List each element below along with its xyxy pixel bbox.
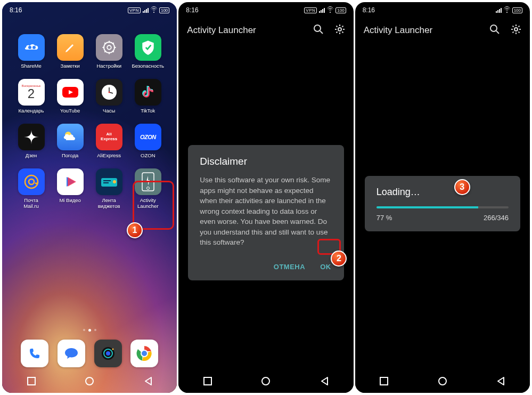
- svg-point-17: [29, 179, 34, 184]
- app-title: Activity Launcher: [364, 25, 432, 36]
- svg-point-48: [514, 28, 518, 31]
- app-label: OZON: [141, 153, 155, 159]
- app-mivideo[interactable]: Mi Видео: [51, 168, 89, 209]
- progress-count: 266/346: [484, 214, 509, 222]
- dialog-title: Disclaimer: [200, 156, 332, 167]
- screen-loading: 8:16 100 Activity Launcher Loading… 77 %…: [355, 2, 530, 393]
- screen-disclaimer: 8:16 VPN 100 Activity Launcher Disclaime…: [178, 2, 353, 393]
- app-weather[interactable]: Погода: [51, 124, 89, 159]
- status-time: 8:16: [186, 6, 198, 14]
- nav-bar: [355, 369, 530, 393]
- app-bar: Activity Launcher: [178, 18, 353, 43]
- nav-recent[interactable]: [378, 375, 390, 388]
- gear-icon[interactable]: [334, 24, 345, 37]
- calendar-icon: Воскресенье 2: [18, 79, 45, 106]
- status-time: 8:16: [363, 6, 375, 14]
- step-badge-3: 3: [454, 179, 470, 195]
- gear-icon[interactable]: [511, 24, 521, 37]
- settings-icon: [96, 34, 122, 61]
- app-clock[interactable]: Часы: [89, 79, 128, 114]
- svg-line-56: [518, 26, 519, 27]
- progress-percent: 77 %: [377, 214, 392, 222]
- weather-icon: [57, 124, 84, 150]
- svg-point-26: [106, 351, 110, 356]
- signal-icon: [143, 8, 149, 13]
- loading-card: Loading… 77 % 266/346: [365, 176, 520, 231]
- svg-line-54: [518, 31, 519, 33]
- dialog-body: Use this software at your own risk. Some…: [200, 175, 332, 248]
- screen-home: 8:16 VPN 100 ShareMe Заметки Настройки: [2, 2, 177, 393]
- app-aliexpress[interactable]: AliExpress AliExpress: [89, 124, 128, 159]
- app-label: Безопасность: [132, 63, 164, 69]
- ozon-icon: OZON: [135, 124, 161, 150]
- app-security[interactable]: Безопасность: [128, 34, 167, 69]
- cancel-button[interactable]: ОТМЕНА: [273, 261, 306, 273]
- dzen-icon: [18, 124, 45, 150]
- dock-phone[interactable]: [21, 340, 48, 367]
- app-ozon[interactable]: OZON OZON: [128, 124, 167, 159]
- search-icon[interactable]: [313, 24, 324, 37]
- signal-icon: [319, 8, 325, 13]
- svg-line-42: [336, 31, 337, 33]
- nav-back[interactable]: [318, 375, 331, 388]
- app-title: Activity Launcher: [187, 25, 256, 36]
- svg-line-41: [342, 31, 343, 33]
- app-youtube[interactable]: YouTube: [51, 79, 89, 114]
- step-badge-2: 2: [331, 251, 347, 267]
- nav-back[interactable]: [142, 375, 154, 388]
- status-indicators: 100: [496, 7, 522, 13]
- step-badge-1: 1: [127, 222, 143, 238]
- app-mailru[interactable]: Почта Mail.ru: [12, 168, 51, 209]
- nav-home[interactable]: [436, 375, 449, 388]
- app-widgets[interactable]: Лента виджетов: [89, 168, 128, 209]
- svg-line-55: [512, 31, 513, 33]
- nav-back[interactable]: [494, 375, 507, 388]
- svg-line-34: [320, 31, 323, 34]
- app-dzen[interactable]: Дзен: [12, 124, 51, 159]
- status-indicators: VPN 100: [128, 7, 169, 13]
- app-label: Погода: [62, 153, 78, 159]
- shareme-icon: [18, 34, 45, 61]
- nav-recent[interactable]: [25, 375, 38, 388]
- svg-point-58: [439, 377, 446, 385]
- app-label: Почта Mail.ru: [23, 198, 39, 209]
- svg-rect-19: [103, 180, 111, 181]
- app-tiktok[interactable]: TikTok: [128, 79, 167, 114]
- app-label: YouTube: [60, 108, 80, 114]
- svg-point-1: [107, 45, 111, 50]
- app-label: Календарь: [19, 108, 44, 114]
- vpn-indicator: VPN: [304, 7, 317, 13]
- app-label: Настройки: [96, 63, 121, 69]
- wifi-icon: [327, 8, 333, 13]
- page-indicator: [2, 329, 177, 332]
- svg-point-21: [113, 180, 116, 183]
- dock-camera[interactable]: [94, 340, 122, 367]
- wifi-icon: [151, 8, 157, 13]
- wifi-icon: [504, 8, 510, 13]
- svg-point-27: [112, 349, 113, 350]
- svg-rect-44: [204, 377, 211, 385]
- nav-home[interactable]: [83, 375, 96, 388]
- calendar-day: 2: [28, 87, 35, 100]
- nav-home[interactable]: [259, 375, 272, 388]
- notes-icon: [57, 34, 84, 61]
- ok-button[interactable]: OK: [319, 261, 332, 273]
- dock-messages[interactable]: [58, 340, 85, 367]
- svg-line-40: [336, 26, 337, 27]
- dock: [2, 340, 177, 367]
- nav-recent[interactable]: [201, 375, 214, 388]
- app-label: AliExpress: [97, 153, 121, 159]
- dock-chrome[interactable]: [130, 340, 158, 367]
- svg-rect-20: [103, 182, 109, 183]
- app-notes[interactable]: Заметки: [51, 34, 89, 69]
- aliexpress-icon: AliExpress: [96, 124, 122, 150]
- app-settings[interactable]: Настройки: [89, 34, 128, 69]
- svg-line-53: [512, 26, 513, 27]
- app-shareme[interactable]: ShareMe: [12, 34, 51, 69]
- app-calendar[interactable]: Воскресенье 2 Календарь: [12, 79, 51, 114]
- widgets-icon: [96, 168, 122, 195]
- svg-point-46: [490, 25, 497, 31]
- svg-point-33: [314, 25, 321, 31]
- nav-bar: [2, 369, 177, 393]
- search-icon[interactable]: [489, 24, 500, 37]
